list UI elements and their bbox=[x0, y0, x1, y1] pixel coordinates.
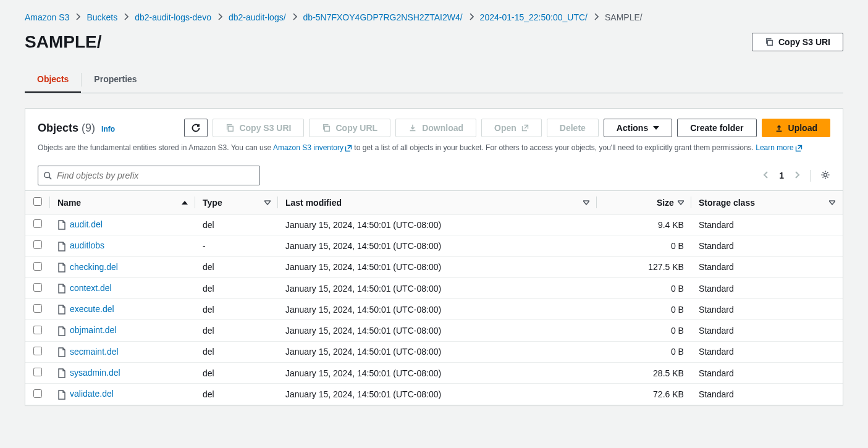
object-name-link[interactable]: validate.del bbox=[70, 389, 114, 399]
breadcrumb-link[interactable]: db2-audit-logs-devo bbox=[135, 12, 211, 22]
sort-icon bbox=[678, 200, 684, 206]
upload-button[interactable]: Upload bbox=[762, 119, 830, 137]
open-button[interactable]: Open bbox=[481, 119, 542, 137]
row-checkbox[interactable] bbox=[33, 326, 42, 334]
col-storage-class[interactable]: Storage class bbox=[691, 191, 843, 214]
breadcrumb-current: SAMPLE/ bbox=[605, 12, 643, 22]
download-icon bbox=[408, 124, 417, 132]
row-checkbox[interactable] bbox=[33, 240, 42, 249]
object-name-link[interactable]: audit.del bbox=[70, 219, 103, 229]
object-storage-class: Standard bbox=[691, 214, 843, 235]
table-row: secmaint.deldelJanuary 15, 2024, 14:50:0… bbox=[25, 341, 843, 362]
row-checkbox[interactable] bbox=[33, 347, 42, 355]
object-modified: January 15, 2024, 14:50:01 (UTC-08:00) bbox=[278, 277, 597, 298]
object-type: del bbox=[195, 384, 278, 405]
settings-button[interactable] bbox=[810, 170, 830, 182]
breadcrumb-link[interactable]: db-5N7FXOY4GDP7RG2NSH2ZTAI2W4/ bbox=[303, 12, 463, 22]
copy-icon bbox=[322, 124, 331, 132]
copy-s3-uri-button-2[interactable]: Copy S3 URI bbox=[213, 119, 304, 137]
object-storage-class: Standard bbox=[691, 256, 843, 277]
table-row: context.deldelJanuary 15, 2024, 14:50:01… bbox=[25, 277, 843, 298]
row-checkbox[interactable] bbox=[33, 283, 42, 292]
object-type: del bbox=[195, 277, 278, 298]
object-name-link[interactable]: sysadmin.del bbox=[70, 368, 120, 378]
table-row: validate.deldelJanuary 15, 2024, 14:50:0… bbox=[25, 384, 843, 405]
object-type: del bbox=[195, 320, 278, 341]
file-icon bbox=[57, 242, 66, 251]
breadcrumb-link[interactable]: Buckets bbox=[86, 12, 117, 22]
object-size: 0 B bbox=[597, 299, 691, 320]
object-modified: January 15, 2024, 14:50:01 (UTC-08:00) bbox=[278, 235, 597, 256]
create-folder-button[interactable]: Create folder bbox=[677, 119, 756, 137]
object-name-link[interactable]: context.del bbox=[70, 283, 112, 293]
object-modified: January 15, 2024, 14:50:01 (UTC-08:00) bbox=[278, 256, 597, 277]
chevron-right-icon bbox=[75, 12, 80, 22]
sort-icon bbox=[829, 200, 835, 206]
select-all-checkbox[interactable] bbox=[33, 197, 42, 206]
chevron-right-icon bbox=[292, 12, 297, 22]
chevron-right-icon bbox=[124, 12, 129, 22]
delete-button[interactable]: Delete bbox=[547, 119, 599, 137]
file-icon bbox=[57, 390, 66, 400]
copy-s3-uri-button[interactable]: Copy S3 URI bbox=[752, 33, 843, 51]
page-number: 1 bbox=[779, 171, 784, 180]
objects-table: Name Type Last modified Size Storage cla… bbox=[25, 190, 843, 405]
tab-objects[interactable]: Objects bbox=[25, 67, 81, 93]
table-row: checking.deldelJanuary 15, 2024, 14:50:0… bbox=[25, 256, 843, 277]
row-checkbox[interactable] bbox=[33, 368, 42, 376]
caret-down-icon bbox=[653, 125, 659, 131]
row-checkbox[interactable] bbox=[33, 219, 42, 228]
prev-page-button[interactable] bbox=[763, 171, 769, 181]
file-icon bbox=[57, 368, 66, 378]
table-row: objmaint.deldelJanuary 15, 2024, 14:50:0… bbox=[25, 320, 843, 341]
panel-description: Objects are the fundamental entities sto… bbox=[38, 142, 830, 153]
copy-url-button[interactable]: Copy URL bbox=[309, 119, 390, 137]
object-name-link[interactable]: objmaint.del bbox=[70, 325, 117, 335]
file-icon bbox=[57, 347, 66, 357]
object-name-link[interactable]: execute.del bbox=[70, 304, 114, 314]
col-type[interactable]: Type bbox=[195, 191, 278, 214]
breadcrumb-link[interactable]: db2-audit-logs/ bbox=[229, 12, 286, 22]
svg-point-4 bbox=[824, 173, 827, 176]
inventory-link[interactable]: Amazon S3 inventory bbox=[273, 143, 352, 152]
svg-rect-0 bbox=[767, 40, 772, 45]
next-page-button[interactable] bbox=[794, 171, 800, 181]
download-button[interactable]: Download bbox=[395, 119, 476, 137]
search-box[interactable] bbox=[38, 166, 260, 185]
breadcrumb: Amazon S3Bucketsdb2-audit-logs-devodb2-a… bbox=[25, 12, 843, 22]
refresh-button[interactable] bbox=[184, 119, 208, 137]
breadcrumb-link[interactable]: Amazon S3 bbox=[25, 12, 69, 22]
tabs: Objects Properties bbox=[25, 67, 843, 93]
col-last-modified[interactable]: Last modified bbox=[278, 191, 597, 214]
breadcrumb-link[interactable]: 2024-01-15_22:50:00_UTC/ bbox=[480, 12, 588, 22]
object-size: 0 B bbox=[597, 235, 691, 256]
learn-more-link[interactable]: Learn more bbox=[756, 143, 802, 152]
object-type: del bbox=[195, 299, 278, 320]
object-modified: January 15, 2024, 14:50:01 (UTC-08:00) bbox=[278, 363, 597, 384]
object-name-link[interactable]: checking.del bbox=[70, 262, 118, 272]
table-row: execute.deldelJanuary 15, 2024, 14:50:01… bbox=[25, 299, 843, 320]
object-name-link[interactable]: secmaint.del bbox=[70, 347, 119, 357]
object-size: 127.5 KB bbox=[597, 256, 691, 277]
object-storage-class: Standard bbox=[691, 235, 843, 256]
info-link[interactable]: Info bbox=[101, 125, 115, 133]
tab-properties[interactable]: Properties bbox=[82, 67, 149, 93]
sort-asc-icon bbox=[182, 200, 188, 206]
object-size: 9.4 KB bbox=[597, 214, 691, 235]
object-type: del bbox=[195, 341, 278, 362]
row-checkbox[interactable] bbox=[33, 262, 42, 271]
external-icon bbox=[345, 145, 352, 152]
object-count: (9) bbox=[82, 122, 95, 134]
copy-icon bbox=[765, 38, 773, 46]
row-checkbox[interactable] bbox=[33, 389, 42, 398]
object-storage-class: Standard bbox=[691, 341, 843, 362]
actions-button[interactable]: Actions bbox=[604, 119, 672, 137]
row-checkbox[interactable] bbox=[33, 304, 42, 313]
object-modified: January 15, 2024, 14:50:01 (UTC-08:00) bbox=[278, 299, 597, 320]
col-size[interactable]: Size bbox=[597, 191, 691, 214]
object-size: 28.5 KB bbox=[597, 363, 691, 384]
col-name[interactable]: Name bbox=[50, 191, 195, 214]
objects-panel: Objects (9) Info Copy S3 URI Co bbox=[25, 108, 843, 405]
search-input[interactable] bbox=[52, 171, 255, 180]
object-name-link[interactable]: auditlobs bbox=[70, 240, 104, 250]
